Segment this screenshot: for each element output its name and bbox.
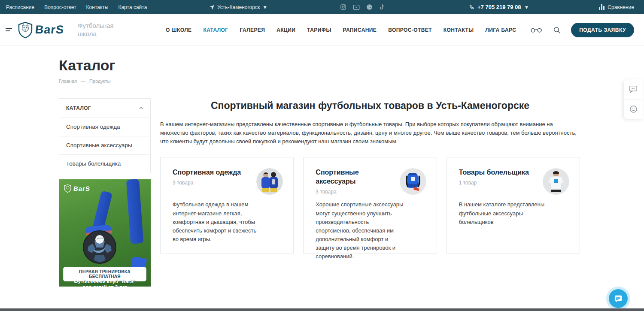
topbar-links: Расписание Вопрос-ответ Контакты Карта с…: [6, 4, 147, 10]
catalog-sidebar: КАТАЛОГ Спортивная одежда Спортивные акс…: [59, 98, 151, 287]
nav-item-liga-bars[interactable]: ЛИГА БАРС: [485, 27, 516, 33]
catalog-filter-box: КАТАЛОГ Спортивная одежда Спортивные акс…: [59, 98, 151, 173]
card-title: Товары болельщика: [459, 168, 538, 177]
breadcrumb-home[interactable]: Главная: [59, 79, 77, 84]
city-selector[interactable]: Усть-Каменогорск ▼: [209, 4, 267, 10]
page-bottom-edge: [0, 308, 644, 311]
card-description: Футбольная одежда в нашем интернет-магаз…: [173, 200, 262, 244]
category-cards: Спортивная одежда 3 товара: [160, 157, 580, 254]
feedback-widget-button[interactable]: [624, 99, 643, 119]
topbar-link-schedule[interactable]: Расписание: [6, 4, 34, 10]
banner-photo-leg: [126, 179, 143, 244]
phone-number: +7 705 219 79 08: [477, 4, 521, 10]
card-description: В нашем каталоге представлены футбольные…: [459, 200, 548, 226]
bar-chart-icon: [599, 4, 605, 10]
topbar-link-faq[interactable]: Вопрос-ответ: [44, 4, 76, 10]
card-image-accessories: [400, 168, 426, 195]
promo-banner[interactable]: BarS ПЕРВАЯ ТРЕНИРОВКА БЕСПЛАТ: [59, 179, 151, 287]
site-tagline: Футбольная школа: [78, 22, 117, 38]
card-title: Спортивные аксессуары: [316, 168, 395, 186]
chevron-up-icon: [139, 107, 143, 109]
card-count: 3 товара: [173, 180, 252, 186]
search-icon[interactable]: [553, 26, 561, 34]
side-widget-panel: [624, 79, 643, 119]
hamburger-menu-icon[interactable]: [6, 27, 12, 33]
sidebar-item-fan-goods[interactable]: Товары болельщика: [59, 154, 150, 173]
main-header: BarS Футбольная школа О ШКОЛЕ КАТАЛОГ ГА…: [0, 14, 644, 46]
whatsapp-icon[interactable]: [366, 4, 373, 10]
card-title: Спортивная одежда: [173, 168, 252, 177]
category-card-accessories[interactable]: Спортивные аксессуары 3 товара: [303, 157, 437, 254]
breadcrumb-separator: —: [81, 79, 85, 84]
catalog-intro-text: В нашем интернет-магазины представлены к…: [160, 120, 580, 146]
catalog-accordion-title: КАТАЛОГ: [66, 105, 91, 111]
nav-item-promotions[interactable]: АКЦИИ: [276, 27, 295, 33]
card-image-fan-goods: [543, 168, 569, 195]
shield-logo-icon: [18, 22, 33, 38]
card-count: 1 товар: [459, 180, 538, 186]
soccer-ball-image: [82, 230, 117, 264]
shield-logo-icon: [64, 184, 71, 193]
reviews-widget-button[interactable]: [624, 79, 643, 99]
topbar-link-sitemap[interactable]: Карта сайта: [118, 4, 147, 10]
city-label: Усть-Каменогорск: [217, 4, 260, 10]
banner-caption: Футбольный клуб "BarS" для детей от 3 ле…: [59, 279, 151, 287]
phone-block[interactable]: +7 705 219 79 08 ▼: [469, 4, 529, 10]
nav-item-faq[interactable]: ВОПРОС-ОТВЕТ: [388, 27, 432, 33]
catalog-heading: Спортивный магазин футбольных товаров в …: [160, 100, 580, 112]
accessibility-glasses-icon[interactable]: [531, 27, 542, 33]
navigation-icon: [209, 4, 215, 10]
card-image-clothing: [256, 168, 283, 195]
category-card-fan-goods[interactable]: Товары болельщика 1 товар: [447, 157, 580, 254]
chevron-down-icon: ▼: [524, 4, 529, 10]
phone-icon: [469, 4, 474, 10]
sidebar-item-clothing[interactable]: Спортивная одежда: [59, 118, 150, 136]
nav-item-about[interactable]: О ШКОЛЕ: [166, 27, 191, 33]
nav-item-catalog[interactable]: КАТАЛОГ: [203, 27, 228, 33]
chat-fab-button[interactable]: [609, 289, 628, 308]
card-description: Хорошие спортивные аксессуары могут суще…: [316, 200, 405, 261]
smiley-icon: [629, 105, 638, 113]
banner-logo: BarS: [64, 184, 90, 193]
nav-item-contacts[interactable]: КОНТАКТЫ: [444, 27, 474, 33]
topbar-link-contacts[interactable]: Контакты: [86, 4, 109, 10]
reviews-bubble-icon: [629, 85, 638, 93]
nav-item-schedule[interactable]: РАПИСАНИЕ: [343, 27, 377, 33]
logo-text: BarS: [34, 23, 64, 36]
page-title: Каталог: [59, 57, 580, 74]
breadcrumb-current: Продукты: [89, 79, 111, 84]
sidebar-item-accessories[interactable]: Спортивные аксессуары: [59, 136, 150, 154]
card-count: 3 товара: [316, 189, 395, 195]
top-bar: Расписание Вопрос-ответ Контакты Карта с…: [0, 0, 644, 14]
social-links: [340, 4, 385, 10]
banner-logo-text: BarS: [73, 185, 91, 192]
catalog-content: Спортивный магазин футбольных товаров в …: [160, 98, 580, 287]
tiktok-icon[interactable]: [379, 4, 385, 10]
main-nav: О ШКОЛЕ КАТАЛОГ ГАЛЕРЕЯ АКЦИИ ТАРИФЫ РАП…: [166, 27, 516, 33]
breadcrumb: Главная — Продукты: [59, 79, 580, 84]
catalog-accordion-header[interactable]: КАТАЛОГ: [59, 99, 150, 118]
compare-button[interactable]: Сравнение: [599, 4, 634, 10]
submit-application-button[interactable]: ПОДАТЬ ЗАЯВКУ: [571, 23, 634, 37]
chat-note-icon: [614, 295, 623, 302]
instagram-icon[interactable]: [340, 4, 346, 10]
chevron-down-icon: ▼: [262, 4, 267, 10]
youtube-icon[interactable]: [353, 4, 360, 10]
logo[interactable]: BarS: [18, 22, 64, 38]
compare-label: Сравнение: [608, 4, 634, 10]
nav-item-tariffs[interactable]: ТАРИФЫ: [307, 27, 331, 33]
category-card-clothing[interactable]: Спортивная одежда 3 товара: [160, 157, 294, 254]
nav-item-gallery[interactable]: ГАЛЕРЕЯ: [240, 27, 265, 33]
